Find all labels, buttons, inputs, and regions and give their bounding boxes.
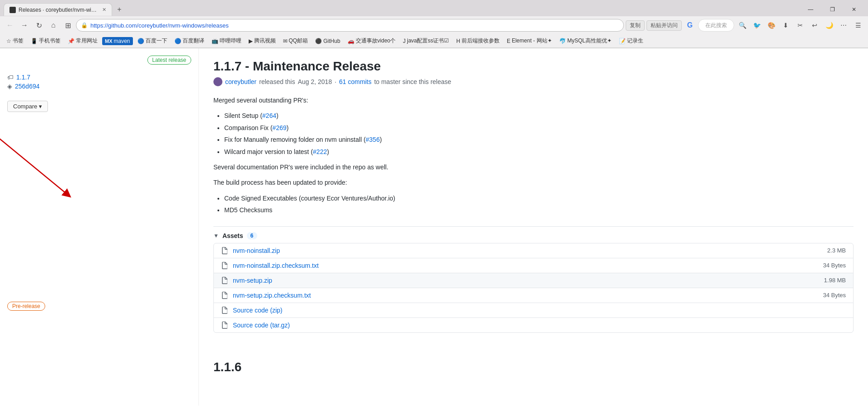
release-meta: coreybutler released this Aug 2, 2018 · … [213,77,854,86]
bookmark-translate[interactable]: 🔵百度翻译 [172,36,207,46]
bookmark-github[interactable]: ⚫GitHub [312,37,343,45]
forward-button[interactable]: → [18,19,31,32]
bookmark-mysql[interactable]: 🐬MySQL高性能优✦ [557,36,614,46]
pr-222-link[interactable]: #222 [313,148,327,155]
bookmark-star[interactable]: ☆书签 [4,36,26,46]
scissors-icon[interactable]: ✂ [794,19,807,32]
home-button[interactable]: ⌂ [47,19,60,32]
url-text: https://github.com/coreybutler/nvm-windo… [90,22,619,29]
asset-item: Source code (zip) [214,303,853,318]
tab-close-btn[interactable]: ✕ [102,7,106,13]
bookmark-java[interactable]: Jjava配置ss证书☑ [400,36,452,46]
more-menu-icon[interactable]: ⋯ [837,19,850,32]
list-item: Silent Setup (#264) [224,111,854,121]
asset-name-noinstall-zip[interactable]: nvm-noinstall.zip [233,247,823,254]
back-button[interactable]: ← [4,19,16,32]
bookmark-record[interactable]: 📝记录生 [616,36,646,46]
paste-visit-button[interactable]: 粘贴并访问 [646,20,682,31]
svg-line-1 [0,130,66,193]
annotation-arrow [0,121,98,211]
pr-list: Silent Setup (#264) Comparison Fix (#269… [224,111,854,157]
asset-name-setup-zip[interactable]: nvm-setup.zip [233,277,820,284]
asset-name-noinstall-checksum[interactable]: nvm-noinstall.zip.checksum.txt [233,262,818,269]
assets-label: Assets [222,232,243,239]
pr-264-link[interactable]: #264 [262,112,276,119]
search-bar[interactable]: 在此搜索 [698,19,734,32]
released-text: released this [259,78,295,85]
sidebar: Latest release 🏷 1.1.7 ◈ 256d694 Compare… [0,48,199,406]
asset-zip-icon [221,247,228,254]
reload-button[interactable]: ↻ [33,19,45,32]
main-content: 1.1.7 - Maintenance Release coreybutler … [199,48,868,406]
asset-size-setup-zip: 1.98 MB [824,277,846,284]
active-tab[interactable]: Releases · coreybutler/nvm-wind… ✕ [4,3,112,16]
bookmark-element[interactable]: EElement - 网站✦ [504,36,555,46]
commits-link[interactable]: 61 commits [339,78,372,85]
new-tab-button[interactable]: + [114,4,125,15]
bookmark-common[interactable]: 📌常用网址 [65,36,100,46]
undo-icon[interactable]: ↩ [808,19,821,32]
asset-item: nvm-noinstall.zip 2.3 MB [214,243,853,258]
bird-icon[interactable]: 🐦 [750,19,763,32]
bookmarks-bar: ☆书签 📱手机书签 📌常用网址 MXmaven 🔵百度一下 🔵百度翻译 📺哔哩哔… [0,34,868,48]
commits-suffix: to master since this release [374,78,451,85]
pre-release-title: 1.1.6 [213,360,854,374]
bookmark-mobile[interactable]: 📱手机书签 [28,36,63,46]
close-button[interactable]: ✕ [844,2,864,17]
sidebar-tag: 🏷 1.1.7 [7,74,191,81]
list-item: Code Signed Executables (courtesy Ecor V… [224,193,854,203]
sidebar-top: Latest release [7,56,191,72]
assets-section: ▼ Assets 6 nvm-noinstall.zip 2.3 MB [213,226,854,333]
magnify-icon[interactable]: 🔍 [736,19,749,32]
restore-button[interactable]: ❐ [822,2,843,17]
address-bar[interactable]: 🔒 https://github.com/coreybutler/nvm-win… [76,19,624,32]
asset-name-source-tar[interactable]: Source code (tar.gz) [233,322,841,329]
copy-button[interactable]: 复制 [626,20,645,31]
asset-item: nvm-setup.zip 1.98 MB [214,273,853,288]
asset-txt-icon2 [221,292,228,299]
release-date: Aug 2, 2018 [298,78,332,85]
darkmode-icon[interactable]: 🌙 [823,19,835,32]
asset-list: nvm-noinstall.zip 2.3 MB nvm-noinstall.z… [213,243,854,333]
page-layout: Latest release 🏷 1.1.7 ◈ 256d694 Compare… [0,48,868,406]
tag-link[interactable]: 1.1.7 [16,74,30,81]
assets-count: 6 [247,232,257,239]
build-heading: The build process has been updated to pr… [213,177,854,187]
compare-button[interactable]: Compare ▾ [7,101,48,112]
bookmark-traffic[interactable]: 🚗交通事故video个 [345,36,399,46]
asset-item: Source code (tar.gz) [214,318,853,332]
bookmark-maven[interactable]: MXmaven [102,37,133,45]
pr-356-link[interactable]: #356 [366,136,380,143]
download-icon[interactable]: ⬇ [779,19,792,32]
bookmark-frontend[interactable]: H前后端接收参数 [453,36,502,46]
author-link[interactable]: coreybutler [225,78,256,85]
asset-zip-icon2 [221,277,228,284]
list-item: MD5 Checksums [224,205,854,215]
minimize-button[interactable]: — [800,2,821,17]
commit-link[interactable]: 256d694 [15,83,40,90]
list-item: Wilcard major version to latest (#222) [224,147,854,157]
sidebar-commit: ◈ 256d694 [7,83,191,90]
bookmark-page-button[interactable]: ⊞ [61,19,74,32]
list-item: Fix for Manually removing folder on nvm … [224,135,854,145]
pr-269-link[interactable]: #269 [273,124,287,131]
bookmark-qqmail[interactable]: ✉QQ邮箱 [280,36,311,46]
release-body: Merged several outstanding PR's: Silent … [213,95,854,215]
bookmark-bilibili[interactable]: 📺哔哩哔哩 [209,36,244,46]
asset-item: nvm-noinstall.zip.checksum.txt 34 Bytes [214,258,853,273]
asset-source-zip-icon [221,307,228,314]
toggle-assets-icon[interactable]: ▼ [213,233,219,239]
nav-bar: ← → ↻ ⌂ ⊞ 🔒 https://github.com/coreybutl… [0,16,868,34]
menu-icon[interactable]: ☰ [852,19,864,32]
tab-favicon [9,7,16,13]
bookmark-baidu[interactable]: 🔵百度一下 [135,36,170,46]
asset-name-setup-checksum[interactable]: nvm-setup.zip.checksum.txt [233,292,818,299]
pre-release-badge: Pre-release [7,302,45,311]
bookmark-tencent[interactable]: ▶腾讯视频 [246,36,278,46]
release-title: 1.1.7 - Maintenance Release [213,59,854,74]
asset-name-source-zip[interactable]: Source code (zip) [233,307,841,314]
asset-size-setup-checksum: 34 Bytes [823,292,846,299]
color-wheel-icon[interactable]: 🎨 [765,19,778,32]
tab-title: Releases · coreybutler/nvm-wind… [19,7,99,13]
asset-item: nvm-setup.zip.checksum.txt 34 Bytes [214,288,853,303]
